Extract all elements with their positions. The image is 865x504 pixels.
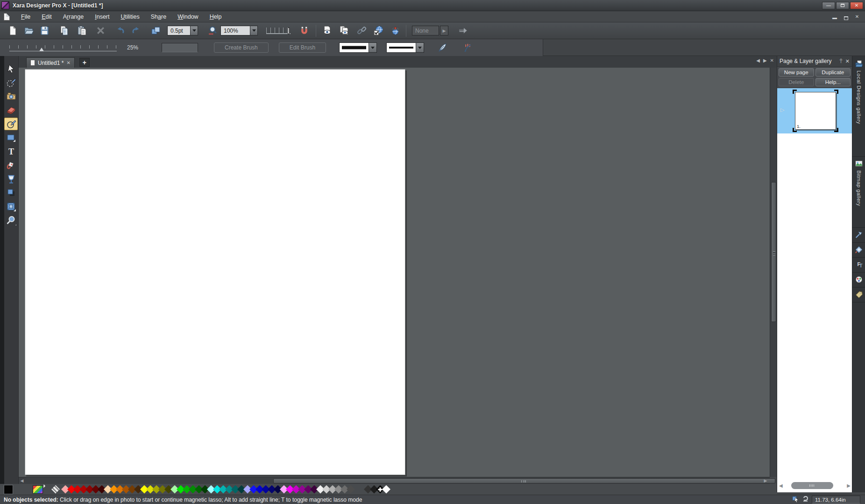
menu-file[interactable]: File xyxy=(15,12,36,21)
help-button[interactable]: Help... xyxy=(815,78,851,86)
tab-untitled1[interactable]: Untitled1 * ✕ xyxy=(26,57,75,68)
zoom-tool-button[interactable] xyxy=(206,24,220,38)
mdi-close-button[interactable]: ✕ xyxy=(853,14,861,20)
preview-page-button[interactable] xyxy=(320,24,334,38)
gallery-tab-names-gallery[interactable] xyxy=(852,288,865,302)
smoothing-slider-handle[interactable] xyxy=(39,48,44,51)
export-button[interactable] xyxy=(456,24,470,38)
scroll-left-arrow-icon[interactable]: ◀ xyxy=(779,483,786,488)
page-row-selected[interactable]: ▷ 1. xyxy=(777,88,852,133)
restore-button[interactable] xyxy=(836,2,849,9)
gallery-tab-bitmap-image[interactable]: Bitmap gallery xyxy=(852,158,865,228)
pin-icon[interactable]: ⍑ xyxy=(839,58,843,64)
close-button[interactable]: ✕ xyxy=(850,2,863,9)
expander-triangle-icon[interactable]: ▷ xyxy=(780,107,784,113)
menu-arrange[interactable]: Arrange xyxy=(57,12,90,21)
tab-close-icon[interactable]: ✕ xyxy=(66,60,70,65)
document-icon[interactable] xyxy=(4,13,10,21)
menu-share[interactable]: Share xyxy=(145,12,172,21)
snap-to-objects-button[interactable] xyxy=(297,24,311,38)
delete-button[interactable] xyxy=(93,24,107,38)
scroll-right-arrow-icon[interactable]: ▶ xyxy=(762,478,769,483)
gallery-tab-line-gallery[interactable] xyxy=(852,229,865,243)
pressure-profile-button[interactable] xyxy=(461,41,475,55)
publish-website-button[interactable] xyxy=(388,24,402,38)
page-thumbnail[interactable]: 1. xyxy=(795,92,836,130)
new-document-button[interactable] xyxy=(6,24,20,38)
magnetic-lasso-tool[interactable] xyxy=(4,118,18,130)
eraser-tool[interactable] xyxy=(4,104,18,117)
white-color-swatch[interactable] xyxy=(382,485,390,494)
scrollbar-thumb[interactable] xyxy=(791,482,833,489)
line-width-dropdown-button[interactable] xyxy=(190,26,198,35)
gallery-tab-clipart-gallery[interactable] xyxy=(852,273,865,287)
stroke-shape-combo[interactable] xyxy=(339,42,377,53)
fill-tool[interactable] xyxy=(4,159,18,172)
current-color-swatch[interactable] xyxy=(4,485,13,494)
scroll-right-arrow-icon[interactable]: ▶ xyxy=(844,483,851,488)
paste-button[interactable] xyxy=(75,24,89,38)
undo-button[interactable] xyxy=(113,24,127,38)
gallery-header[interactable]: Page & Layer gallery ⍑ ✕ xyxy=(777,56,852,67)
preview-website-button[interactable] xyxy=(337,24,351,38)
vertical-scrollbar-thumb[interactable] xyxy=(771,182,776,322)
menu-utilities[interactable]: Utilities xyxy=(115,12,145,21)
feather-slider[interactable] xyxy=(266,28,291,34)
horizontal-scrollbar-thumb[interactable] xyxy=(273,478,775,483)
scroll-left-arrow-icon[interactable]: ◀ xyxy=(19,478,25,483)
rectangle-tool[interactable] xyxy=(4,132,18,144)
scroll-right-icon[interactable]: ▶ xyxy=(763,58,767,63)
gallery-close-icon[interactable]: ✕ xyxy=(770,58,774,63)
menu-help[interactable]: Help xyxy=(204,12,227,21)
selector-tool[interactable] xyxy=(4,63,18,75)
mdi-minimize-button[interactable]: ▬ xyxy=(830,14,839,20)
duplicate-button[interactable] xyxy=(149,24,163,38)
brush-style-combo[interactable] xyxy=(386,42,424,53)
minimize-button[interactable]: — xyxy=(822,2,835,9)
scroll-left-icon[interactable]: ◀ xyxy=(756,58,760,63)
preset-play-button[interactable]: ▶ xyxy=(440,26,448,35)
bevel-tool[interactable] xyxy=(4,200,18,213)
zoom-level-dropdown-button[interactable] xyxy=(250,26,257,35)
menu-edit[interactable]: Edit xyxy=(36,12,57,21)
brush-style-dropdown-button[interactable] xyxy=(416,43,424,52)
copy-button[interactable] xyxy=(57,24,71,38)
close-icon[interactable]: ✕ xyxy=(845,58,850,64)
new-page-button[interactable]: New page xyxy=(779,68,814,77)
mdi-restore-button[interactable] xyxy=(842,14,850,20)
new-tab-button[interactable]: + xyxy=(79,58,90,67)
vertical-scrollbar[interactable] xyxy=(770,68,777,477)
shadow-tool[interactable] xyxy=(4,187,18,199)
gallery-tab-fill-gallery[interactable] xyxy=(852,244,865,258)
redo-button[interactable] xyxy=(129,24,143,38)
edit-brush-button[interactable]: Edit Brush xyxy=(279,42,326,53)
color-editor-icon[interactable] xyxy=(33,485,43,494)
website-check-button[interactable] xyxy=(371,24,385,38)
horizontal-scrollbar[interactable]: ◀ ▶ xyxy=(19,477,770,484)
open-file-button[interactable] xyxy=(21,24,35,38)
stroke-shape-dropdown-button[interactable] xyxy=(369,43,376,52)
gallery-tab-fonts-gallery[interactable]: FT xyxy=(852,259,865,273)
transparency-tool[interactable] xyxy=(4,173,18,185)
zoom-tool[interactable] xyxy=(4,214,18,227)
create-brush-button[interactable]: Create Brush xyxy=(214,42,269,53)
text-tool[interactable]: T xyxy=(4,145,18,158)
freehand-paint-tool[interactable] xyxy=(4,77,18,89)
no-color-swatch[interactable] xyxy=(51,485,60,494)
line-width-combo[interactable]: 0.5pt xyxy=(167,26,198,35)
gallery-horizontal-scrollbar[interactable]: ◀ ▶ xyxy=(779,482,851,490)
save-button[interactable] xyxy=(37,24,51,38)
freehand-pen-button[interactable] xyxy=(435,41,449,55)
duplicate-button[interactable]: Duplicate xyxy=(815,68,851,77)
feather-slider-handle[interactable] xyxy=(288,28,290,34)
gallery-tab-designs-folder[interactable]: Local Designs gallery xyxy=(852,58,865,157)
zoom-level-combo[interactable]: 100% xyxy=(220,26,258,35)
menu-insert[interactable]: Insert xyxy=(89,12,115,21)
color-swatch[interactable] xyxy=(347,485,355,494)
smoothing-slider[interactable] xyxy=(9,44,117,51)
document-page[interactable] xyxy=(25,69,405,475)
photo-tool[interactable] xyxy=(4,90,18,103)
canvas-area[interactable] xyxy=(19,68,770,477)
page-list[interactable]: ▷ 1. ◀ ▶ xyxy=(777,88,852,492)
scrollbar-track[interactable] xyxy=(786,482,844,489)
